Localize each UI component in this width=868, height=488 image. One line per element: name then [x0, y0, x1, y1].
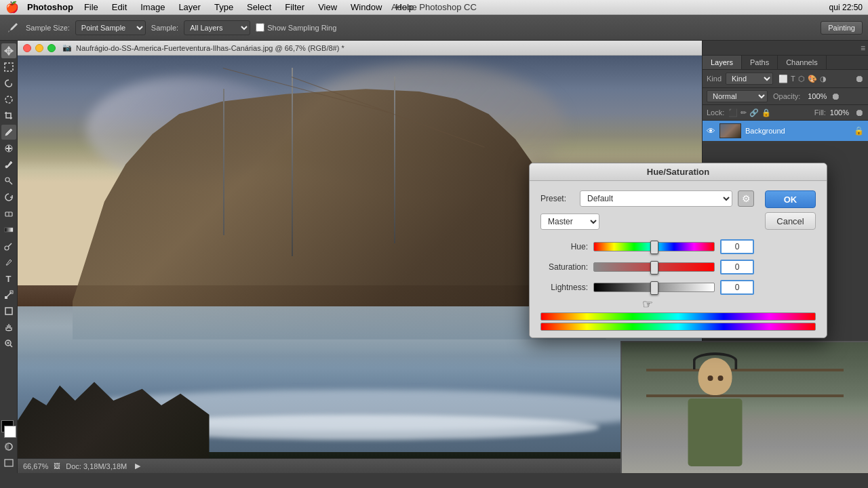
eyedropper-tool-2[interactable]	[1, 125, 16, 140]
fill-label: Fill:	[814, 108, 826, 117]
hue-value-input[interactable]: 0	[720, 239, 754, 254]
layers-tabs: Layers Paths Channels	[703, 56, 868, 70]
saturation-row: Saturation: 0	[540, 260, 754, 274]
lightness-slider-track[interactable]	[593, 283, 715, 292]
lock-pixels-icon[interactable]: ⬛	[728, 108, 738, 117]
svg-point-1	[5, 96, 12, 103]
show-sampling-ring-checkbox[interactable]	[256, 23, 264, 32]
filter-icon-shape[interactable]: ⬡	[798, 75, 805, 83]
filter-toggle[interactable]: ⏺	[854, 73, 864, 84]
svg-rect-12	[5, 443, 9, 450]
layers-filter-toolbar: Kind Kind ⬜ T ⬡ 🎨 ◑ ⏺	[703, 70, 868, 88]
crop-tool[interactable]	[1, 108, 16, 123]
menu-layer[interactable]: Layer	[176, 2, 203, 12]
menu-select[interactable]: Select	[244, 2, 274, 12]
ok-button[interactable]: OK	[765, 190, 816, 208]
move-tool[interactable]	[1, 43, 16, 58]
fill-stepper[interactable]: ⏺	[854, 107, 864, 118]
saturation-value-input[interactable]: 0	[720, 260, 754, 274]
spectrum-bar-bottom	[540, 323, 816, 331]
preset-select[interactable]: Default	[580, 190, 732, 207]
lightness-label: Lightness:	[540, 283, 588, 292]
person-figure	[698, 358, 743, 466]
eyedropper-icon[interactable]	[5, 20, 20, 35]
filter-icon-adjustment[interactable]: ◑	[820, 75, 827, 83]
hue-slider-thumb[interactable]	[650, 241, 658, 254]
opacity-stepper[interactable]: ⏺	[831, 91, 840, 102]
filter-icon-pixel[interactable]: ⬜	[778, 75, 788, 83]
quick-mask-tool[interactable]	[1, 439, 16, 454]
hue-slider-track[interactable]	[593, 242, 715, 251]
preset-gear-btn[interactable]: ⚙	[738, 190, 754, 207]
sample-size-select[interactable]: Point Sample 3 by 3 Average 5 by 5 Avera…	[75, 20, 146, 35]
saturation-slider-container	[593, 262, 715, 272]
svg-rect-0	[5, 63, 13, 71]
layers-blend-row: Normal Multiply Screen Opacity: 100% ⏺	[703, 88, 868, 105]
lightness-slider-thumb[interactable]	[650, 281, 658, 295]
menu-window[interactable]: Window	[348, 2, 384, 12]
window-minimize-btn[interactable]	[35, 44, 43, 52]
filter-icon-text[interactable]: T	[791, 75, 795, 83]
dodge-tool[interactable]	[1, 239, 16, 253]
eraser-tool[interactable]	[1, 206, 16, 221]
webcam-overlay	[620, 341, 868, 473]
channel-row: Master Reds Yellows Greens Cyans Blues M…	[540, 214, 754, 230]
main-toolbar: Sample Size: Point Sample 3 by 3 Average…	[0, 15, 868, 41]
channel-select[interactable]: Master Reds Yellows Greens Cyans Blues M…	[540, 214, 599, 230]
menu-filter[interactable]: Filter	[282, 2, 307, 12]
lock-artboard-icon[interactable]: 🔗	[749, 108, 759, 117]
nav-arrow[interactable]: ▶	[135, 462, 140, 470]
pen-tool[interactable]	[1, 255, 16, 270]
layer-background-item[interactable]: 👁 Background 🔒	[703, 121, 868, 141]
menu-type[interactable]: Type	[212, 2, 236, 12]
menu-right-items: qui 22:50	[829, 3, 863, 12]
gradient-tool[interactable]	[1, 222, 16, 237]
quick-select-tool[interactable]	[1, 92, 16, 107]
status-bar: 66,67% 🖼 Doc: 3,18M/3,18M ▶	[18, 458, 702, 473]
window-maximize-btn[interactable]	[47, 44, 56, 52]
window-title: Adobe Photoshop CC	[391, 2, 477, 12]
screen-mode-tool[interactable]	[1, 455, 16, 470]
filter-kind-select[interactable]: Kind	[726, 73, 773, 85]
heal-tool[interactable]	[1, 141, 16, 156]
app-name[interactable]: Photoshop	[27, 2, 73, 12]
left-tools-panel: T	[0, 41, 18, 473]
lock-label: Lock:	[707, 108, 724, 117]
shape-tool[interactable]	[1, 304, 16, 319]
apple-menu[interactable]: 🍎	[5, 1, 19, 14]
select-tool[interactable]	[1, 60, 16, 75]
hue-row: Hue: 0	[540, 239, 754, 254]
panel-collapse-icon[interactable]: ≡	[861, 43, 865, 53]
path-select-tool[interactable]	[1, 287, 16, 302]
filter-icon-smart[interactable]: 🎨	[808, 75, 817, 83]
cancel-button[interactable]: Cancel	[765, 212, 816, 230]
blend-mode-select[interactable]: Normal Multiply Screen	[707, 90, 768, 102]
lasso-tool[interactable]	[1, 76, 16, 91]
tab-paths[interactable]: Paths	[742, 56, 778, 69]
history-brush-tool[interactable]	[1, 190, 16, 205]
clone-tool[interactable]	[1, 174, 16, 188]
brush-tool[interactable]	[1, 157, 16, 172]
menu-image[interactable]: Image	[138, 2, 167, 12]
tab-channels[interactable]: Channels	[778, 56, 826, 69]
text-tool[interactable]: T	[1, 271, 16, 286]
lock-all-icon[interactable]: 🔒	[762, 108, 771, 117]
menu-view[interactable]: View	[315, 2, 340, 12]
sample-value-select[interactable]: All Layers Current Layer	[184, 20, 250, 35]
lightness-value-input[interactable]: 0	[720, 280, 754, 295]
webcam-content	[622, 342, 868, 473]
menu-edit[interactable]: Edit	[109, 2, 130, 12]
saturation-slider-track[interactable]	[593, 262, 715, 272]
hand-tool[interactable]	[1, 320, 16, 335]
canvas-title: Naufrágio-do-SS-America-Fuerteventura-Il…	[76, 44, 344, 52]
workspace-button[interactable]: Painting	[821, 21, 863, 35]
tab-layers[interactable]: Layers	[703, 56, 742, 69]
menu-file[interactable]: File	[81, 2, 101, 12]
saturation-slider-thumb[interactable]	[650, 261, 658, 274]
lock-position-icon[interactable]: ✏	[741, 108, 747, 117]
background-color[interactable]	[4, 426, 16, 438]
window-close-btn[interactable]	[23, 44, 31, 52]
show-sampling-ring-label[interactable]: Show Sampling Ring	[256, 23, 336, 32]
zoom-tool[interactable]	[1, 336, 16, 351]
layer-visibility-icon[interactable]: 👁	[707, 126, 715, 136]
